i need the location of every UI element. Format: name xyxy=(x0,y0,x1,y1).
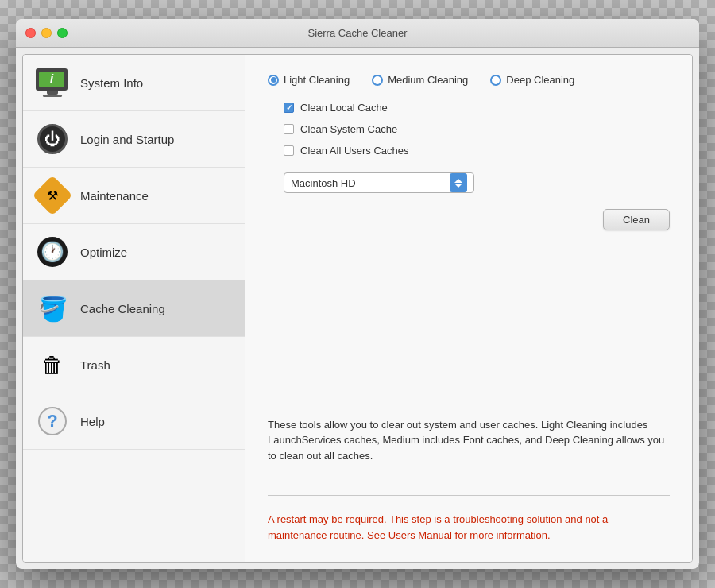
help-icon: ? xyxy=(38,407,67,435)
help-icon-wrapper: ? xyxy=(36,404,69,438)
dropdown-arrows-icon xyxy=(450,173,467,192)
sidebar-item-cache-cleaning[interactable]: 🪣 Cache Cleaning xyxy=(23,280,245,337)
checkbox-allusers-label: Clean All Users Caches xyxy=(300,145,409,157)
divider xyxy=(268,495,670,496)
checkbox-system-label: Clean System Cache xyxy=(300,123,397,135)
spacer xyxy=(268,250,670,417)
app-window: Sierra Cache Cleaner i Sy xyxy=(16,19,699,569)
radio-deep-cleaning[interactable]: Deep Cleaning xyxy=(490,74,574,86)
checkbox-system-input[interactable] xyxy=(284,124,294,134)
clean-button[interactable]: Clean xyxy=(603,209,670,230)
sidebar-label-trash: Trash xyxy=(80,358,110,372)
dropdown-row: Macintosh HD xyxy=(284,172,670,193)
checkbox-group: Clean Local Cache Clean System Cache Cle… xyxy=(284,102,670,157)
sidebar-item-system-info[interactable]: i System Info xyxy=(23,55,245,111)
trash-icon-wrapper: 🗑 xyxy=(36,348,69,381)
maintenance-icon: ⚒ xyxy=(33,176,73,216)
sidebar-label-login-startup: Login and Startup xyxy=(80,133,174,146)
sidebar-item-help[interactable]: ? Help xyxy=(23,393,245,450)
title-bar: Sierra Cache Cleaner xyxy=(16,19,699,48)
window-controls xyxy=(25,28,68,38)
sidebar-item-login-startup[interactable]: ⏻ Login and Startup xyxy=(23,111,245,168)
maintenance-icon-wrapper: ⚒ xyxy=(36,179,69,212)
login-icon: ⏻ xyxy=(37,124,68,154)
button-row: Clean xyxy=(268,209,670,230)
minimize-button[interactable] xyxy=(41,28,52,38)
radio-light-cleaning[interactable]: Light Cleaning xyxy=(268,74,350,86)
trash-icon: 🗑 xyxy=(41,352,64,378)
sidebar-label-system-info: System Info xyxy=(80,76,143,90)
checkbox-local-input[interactable] xyxy=(284,103,294,113)
radio-deep-input[interactable] xyxy=(490,75,501,86)
system-info-icon-wrapper: i xyxy=(36,66,69,99)
system-info-i-letter: i xyxy=(50,72,53,87)
cleaning-options-group: Light Cleaning Medium Cleaning Deep Clea… xyxy=(268,74,670,86)
radio-light-input[interactable] xyxy=(268,75,279,86)
sidebar-item-optimize[interactable]: 🕐 Optimize xyxy=(23,224,245,280)
cache-cleaning-icon: 🪣 xyxy=(38,295,68,323)
radio-medium-cleaning[interactable]: Medium Cleaning xyxy=(372,74,468,86)
checkbox-allusers-input[interactable] xyxy=(284,145,294,156)
radio-deep-label: Deep Cleaning xyxy=(506,74,574,86)
login-icon-wrapper: ⏻ xyxy=(36,122,69,156)
arrow-up-icon xyxy=(454,179,462,183)
sidebar-label-help: Help xyxy=(80,415,105,428)
radio-medium-label: Medium Cleaning xyxy=(388,74,468,86)
close-button[interactable] xyxy=(25,28,36,38)
dropdown-selected-value: Macintosh HD xyxy=(291,177,356,189)
maximize-button[interactable] xyxy=(57,28,68,38)
checkbox-system-cache[interactable]: Clean System Cache xyxy=(284,123,670,135)
arrow-down-icon xyxy=(454,184,462,188)
cache-icon-wrapper: 🪣 xyxy=(36,292,69,325)
checkbox-local-cache[interactable]: Clean Local Cache xyxy=(284,102,670,114)
radio-medium-input[interactable] xyxy=(372,75,383,86)
sidebar-label-optimize: Optimize xyxy=(80,246,127,259)
optimize-icon: 🕐 xyxy=(37,237,68,267)
window-title: Sierra Cache Cleaner xyxy=(307,27,407,39)
sidebar-item-maintenance[interactable]: ⚒ Maintenance xyxy=(23,168,245,224)
sidebar-label-cache-cleaning: Cache Cleaning xyxy=(80,302,165,315)
power-icon: ⏻ xyxy=(44,130,60,149)
warning-text: A restart may be required. This step is … xyxy=(268,512,670,543)
optimize-icon-wrapper: 🕐 xyxy=(36,235,69,269)
tools-icon: ⚒ xyxy=(47,188,58,203)
sidebar-item-trash[interactable]: 🗑 Trash xyxy=(23,337,245,393)
content-area: i System Info ⏻ Login and Startup xyxy=(22,54,693,563)
speedometer-icon: 🕐 xyxy=(41,241,64,263)
checkbox-local-label: Clean Local Cache xyxy=(300,102,388,114)
checkbox-all-users[interactable]: Clean All Users Caches xyxy=(284,145,670,157)
main-panel: Light Cleaning Medium Cleaning Deep Clea… xyxy=(245,55,692,562)
volume-dropdown[interactable]: Macintosh HD xyxy=(284,172,474,193)
description-text: These tools allow you to clear out syste… xyxy=(268,417,670,464)
sidebar-label-maintenance: Maintenance xyxy=(80,189,149,203)
sidebar: i System Info ⏻ Login and Startup xyxy=(23,55,245,562)
radio-light-label: Light Cleaning xyxy=(284,74,350,86)
